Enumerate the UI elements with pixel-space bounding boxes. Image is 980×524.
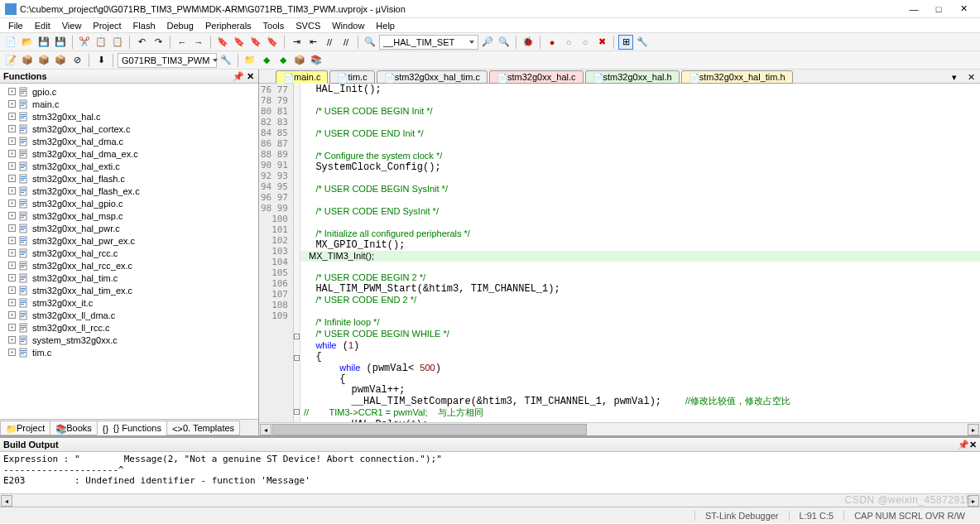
expand-icon[interactable]: +	[8, 311, 16, 319]
breakpoint-insert-icon[interactable]: ●	[545, 35, 560, 50]
tree-file[interactable]: +stm32g0xx_hal_cortex.c	[0, 123, 258, 135]
bookmark-next-icon[interactable]: 🔖	[248, 35, 263, 50]
panel-tab-functions[interactable]: {}{} Functions	[97, 421, 167, 435]
tree-file[interactable]: +stm32g0xx_hal_tim.c	[0, 272, 258, 284]
tree-file[interactable]: +stm32g0xx_ll_rcc.c	[0, 321, 258, 334]
tree-file[interactable]: +main.c	[0, 98, 258, 110]
expand-icon[interactable]: +	[8, 137, 16, 145]
tree-file[interactable]: +stm32g0xx_hal_pwr.c	[0, 222, 258, 234]
pack-installer-icon[interactable]: 📦	[292, 53, 307, 68]
target-options-icon[interactable]: 🔧	[219, 53, 233, 68]
expand-icon[interactable]: +	[8, 88, 16, 95]
download-icon[interactable]: ⬇	[94, 53, 108, 68]
nav-back-icon[interactable]: ←	[175, 35, 190, 50]
menu-edit[interactable]: Edit	[30, 20, 55, 31]
expand-icon[interactable]: +	[8, 162, 16, 170]
cut-icon[interactable]: ✂️	[77, 35, 92, 50]
manage-project-icon[interactable]: 📁	[243, 53, 257, 68]
tree-file[interactable]: +tim.c	[0, 346, 258, 358]
pin-icon[interactable]: 📌	[233, 71, 243, 81]
tree-file[interactable]: +stm32g0xx_hal_tim_ex.c	[0, 284, 258, 296]
scroll-right-icon[interactable]: ▸	[968, 424, 979, 435]
new-file-icon[interactable]: 📄	[3, 35, 18, 50]
menu-project[interactable]: Project	[88, 20, 126, 31]
code-editor[interactable]: 76 77 78 79 80 81 82 83 84 85 86 87 88 8…	[259, 84, 980, 422]
menu-tools[interactable]: Tools	[258, 20, 290, 31]
window-layout-icon[interactable]: ⊞	[618, 35, 633, 50]
menu-help[interactable]: Help	[371, 20, 400, 31]
expand-icon[interactable]: +	[8, 336, 16, 344]
expand-icon[interactable]: +	[8, 349, 16, 356]
breakpoint-enable-icon[interactable]: ○	[561, 35, 576, 50]
expand-icon[interactable]: +	[8, 224, 16, 232]
configure-icon[interactable]: 🔧	[635, 35, 650, 50]
incremental-find-icon[interactable]: 🔍	[497, 35, 512, 50]
redo-icon[interactable]: ↷	[151, 35, 166, 50]
rebuild-icon[interactable]: 📦	[36, 53, 51, 68]
tree-file[interactable]: +stm32g0xx_hal_msp.c	[0, 209, 258, 222]
menu-debug[interactable]: Debug	[162, 20, 199, 31]
expand-icon[interactable]: +	[8, 100, 16, 108]
manage-rte-icon[interactable]: ◆	[259, 53, 274, 68]
close-panel-icon[interactable]: ✕	[969, 440, 977, 450]
file-tree[interactable]: +gpio.c+main.c+stm32g0xx_hal.c+stm32g0xx…	[0, 84, 258, 419]
close-panel-icon[interactable]: ✕	[245, 71, 255, 81]
tree-file[interactable]: +system_stm32g0xx.c	[0, 334, 258, 346]
paste-icon[interactable]: 📋	[110, 35, 125, 50]
menu-peripherals[interactable]: Peripherals	[200, 20, 257, 31]
bookmark-toggle-icon[interactable]: 🔖	[215, 35, 230, 50]
translate-icon[interactable]: 📝	[3, 53, 18, 68]
expand-icon[interactable]: +	[8, 113, 16, 120]
tree-file[interactable]: +stm32g0xx_ll_dma.c	[0, 309, 258, 321]
menu-svcs[interactable]: SVCS	[291, 20, 325, 31]
breakpoint-kill-icon[interactable]: ✖	[594, 35, 609, 50]
tree-file[interactable]: +stm32g0xx_hal_flash_ex.c	[0, 185, 258, 197]
dropdown-tabs-icon[interactable]: ▾	[947, 70, 962, 84]
build-output-text[interactable]: Expression : " Message(2, "Not a genuine…	[0, 452, 980, 493]
tree-file[interactable]: +stm32g0xx_hal_rcc.c	[0, 247, 258, 259]
expand-icon[interactable]: +	[8, 324, 16, 331]
panel-tab-project[interactable]: 📁Project	[0, 421, 50, 435]
editor-hscroll[interactable]: ◂ ▸	[259, 422, 980, 435]
fold-gutter[interactable]: ----	[294, 84, 300, 422]
expand-icon[interactable]: +	[8, 262, 16, 269]
editor-tab[interactable]: 📄stm32g0xx_hal.c	[489, 70, 584, 84]
expand-icon[interactable]: +	[8, 125, 16, 132]
expand-icon[interactable]: +	[8, 249, 16, 257]
expand-icon[interactable]: +	[8, 299, 16, 306]
expand-icon[interactable]: +	[8, 175, 16, 182]
tree-file[interactable]: +stm32g0xx_hal_dma.c	[0, 135, 258, 147]
bookmark-prev-icon[interactable]: 🔖	[232, 35, 247, 50]
batch-build-icon[interactable]: 📦	[53, 53, 68, 68]
nav-fwd-icon[interactable]: →	[191, 35, 206, 50]
expand-icon[interactable]: +	[8, 274, 16, 281]
tree-file[interactable]: +stm32g0xx_hal_dma_ex.c	[0, 147, 258, 160]
expand-icon[interactable]: +	[8, 286, 16, 294]
expand-icon[interactable]: +	[8, 150, 16, 157]
outdent-icon[interactable]: ⇤	[305, 35, 320, 50]
indent-icon[interactable]: ⇥	[289, 35, 304, 50]
tree-file[interactable]: +stm32g0xx_hal_rcc_ex.c	[0, 259, 258, 272]
code-text[interactable]: HAL_Init(); /* USER CODE BEGIN Init */ /…	[300, 84, 980, 422]
tree-file[interactable]: +stm32g0xx_it.c	[0, 296, 258, 309]
tree-file[interactable]: +stm32g0xx_hal_exti.c	[0, 160, 258, 172]
fold-toggle-icon[interactable]: -	[294, 334, 300, 339]
debug-start-icon[interactable]: 🐞	[521, 35, 536, 50]
scroll-right-icon[interactable]: ▸	[968, 495, 979, 507]
find-icon[interactable]: 🔍	[363, 35, 377, 50]
tree-file[interactable]: +gpio.c	[0, 85, 258, 98]
menu-view[interactable]: View	[57, 20, 87, 31]
bookmark-clear-icon[interactable]: 🔖	[265, 35, 280, 50]
tree-file[interactable]: +stm32g0xx_hal_flash.c	[0, 172, 258, 185]
editor-tab[interactable]: 📄tim.c	[329, 70, 374, 84]
scroll-left-icon[interactable]: ◂	[260, 424, 271, 435]
breakpoint-disable-icon[interactable]: ○	[578, 35, 593, 50]
select-packs-icon[interactable]: ◆	[276, 53, 291, 68]
expand-icon[interactable]: +	[8, 187, 16, 195]
open-file-icon[interactable]: 📂	[20, 35, 35, 50]
scroll-thumb[interactable]	[272, 424, 587, 435]
stop-build-icon[interactable]: ⊘	[70, 53, 84, 68]
tree-file[interactable]: +stm32g0xx_hal_pwr_ex.c	[0, 234, 258, 247]
expand-icon[interactable]: +	[8, 200, 16, 207]
target-combo[interactable]: G071RB_TIM3_PWM	[118, 53, 217, 68]
